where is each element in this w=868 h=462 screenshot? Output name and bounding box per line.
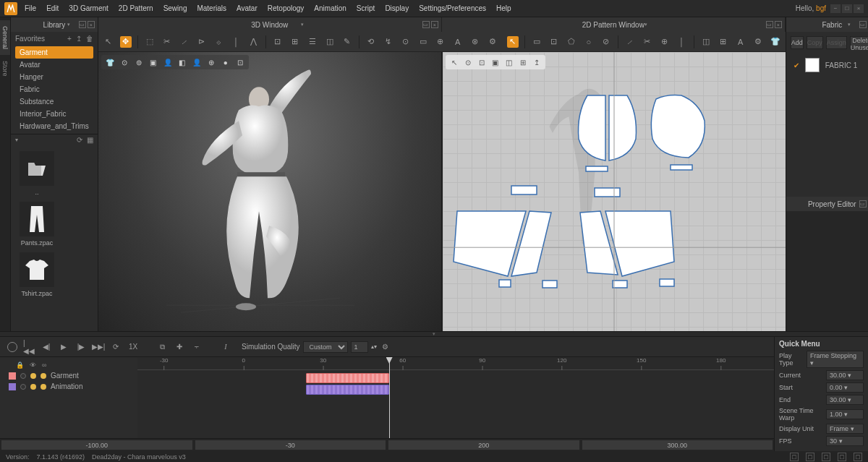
tool3d-15[interactable]: ↯: [383, 36, 394, 48]
go-start-button[interactable]: |◀◀: [23, 341, 35, 353]
view3d-icon-0[interactable]: 👕: [105, 57, 115, 67]
menu-3d-garment[interactable]: 3D Garment: [69, 4, 108, 12]
tool2d-1[interactable]: ▭: [531, 36, 542, 48]
tool2d-10[interactable]: ◫: [700, 36, 712, 48]
view3d-icon-9[interactable]: ⊡: [235, 57, 245, 67]
asset-pants-zpac[interactable]: Pants.zpac: [17, 202, 57, 247]
link-icon[interactable]: ∞: [42, 362, 46, 369]
tool3d-19[interactable]: A: [452, 36, 464, 48]
fav-item-fabric[interactable]: Fabric: [15, 83, 93, 95]
fav-item-garment[interactable]: Garment: [15, 46, 93, 59]
tool2d-6[interactable]: ⟋: [624, 36, 636, 48]
frame-num-field[interactable]: -30: [195, 440, 386, 450]
view3d-icon-8[interactable]: ●: [221, 57, 231, 67]
frame-num-field[interactable]: 300.00: [582, 440, 773, 450]
track-garment[interactable]: Garment: [6, 370, 132, 381]
go-end-button[interactable]: ▶▶|: [93, 341, 104, 353]
tool2d-5[interactable]: ⊘: [600, 36, 612, 48]
menu-script[interactable]: Script: [357, 4, 375, 12]
refresh-icon[interactable]: ⟳: [77, 136, 82, 144]
tool3d-9[interactable]: ⊡: [272, 36, 284, 48]
visibility-icon[interactable]: 👁: [30, 362, 36, 369]
vtab-store[interactable]: Store: [0, 55, 10, 82]
tool2d-14[interactable]: 👕: [770, 36, 781, 48]
maximize-button[interactable]: □: [842, 4, 852, 13]
tool3d-14[interactable]: ⟲: [365, 36, 377, 48]
property-editor-tab[interactable]: Property Editor▾▭×: [786, 197, 868, 211]
fav-item-substance[interactable]: Substance: [15, 95, 93, 108]
garment-clip[interactable]: [306, 373, 388, 383]
delete-fav-icon[interactable]: 🗑: [86, 35, 93, 43]
fav-item-avatar[interactable]: Avatar: [15, 59, 93, 71]
tool3d-0[interactable]: ↖: [103, 36, 114, 48]
tool3d-2[interactable]: ⬚: [144, 36, 156, 48]
add-fav-icon[interactable]: +: [67, 35, 72, 43]
close-panel-icon[interactable]: ×: [88, 21, 95, 28]
library-tab[interactable]: Library▾ ▭×: [11, 17, 98, 32]
fav-item-interior_fabric[interactable]: Interior_Fabric: [15, 108, 93, 120]
menu-avatar[interactable]: Avatar: [237, 4, 258, 12]
view3d-icon-5[interactable]: ◧: [177, 57, 187, 67]
tool3d-5[interactable]: ⊳: [196, 36, 208, 48]
vtab-general[interactable]: General: [0, 20, 10, 55]
3d-window-tab[interactable]: 3D Window▾▭×: [98, 17, 442, 32]
tool2d-3[interactable]: ⬠: [566, 36, 577, 48]
tool3d-7[interactable]: │: [231, 36, 242, 48]
tool3d-20[interactable]: ⊗: [469, 36, 481, 48]
sim-num-input[interactable]: [351, 341, 368, 353]
tool3d-10[interactable]: ⊞: [289, 36, 301, 48]
fabric-add-button[interactable]: Add: [791, 36, 804, 49]
2d-window-tab[interactable]: 2D Pattern Window▾▭×: [442, 17, 786, 32]
status-icon-5[interactable]: □: [854, 453, 862, 461]
undock-2d-icon[interactable]: ▭: [766, 21, 773, 28]
tool3d-4[interactable]: ⟋: [179, 36, 190, 48]
menu-animation[interactable]: Animation: [314, 4, 346, 12]
status-icon-3[interactable]: □: [822, 453, 830, 461]
menu-file[interactable]: File: [25, 4, 36, 12]
lock-icon[interactable]: 🔒: [16, 362, 24, 369]
tool3d-21[interactable]: ⚙: [487, 36, 498, 48]
view3d-icon-3[interactable]: ▣: [148, 57, 158, 67]
tool2d-11[interactable]: ⊞: [718, 36, 729, 48]
frame-num-field[interactable]: 200: [388, 440, 579, 450]
view3d-icon-2[interactable]: ⊚: [134, 57, 144, 67]
upload-icon[interactable]: ↥: [76, 35, 82, 43]
tool2d-4[interactable]: ○: [583, 36, 595, 48]
tool2d-13[interactable]: ⚙: [752, 36, 764, 48]
fav-item-hardware_and_trims[interactable]: Hardware_and_Trims: [15, 120, 93, 132]
timeline[interactable]: -300306090120150180: [137, 357, 774, 438]
tool2d-9[interactable]: │: [676, 36, 688, 48]
view3d-icon-6[interactable]: 👤: [192, 57, 202, 67]
tool3d-18[interactable]: ⊕: [435, 36, 446, 48]
tool2d-2[interactable]: ⊡: [548, 36, 560, 48]
asset-tshirt-zpac[interactable]: Tshirt.zpac: [17, 252, 57, 297]
menu-sewing[interactable]: Sewing: [163, 4, 187, 12]
undock-3d-icon[interactable]: ▭: [422, 21, 430, 28]
status-icon-4[interactable]: □: [838, 453, 846, 461]
fabric-item[interactable]: ✔FABRIC 1: [786, 54, 868, 77]
tool3d-6[interactable]: ⟐: [213, 36, 225, 48]
plus-icon[interactable]: ✚: [174, 341, 185, 353]
minimize-button[interactable]: −: [830, 4, 841, 13]
animation-clip[interactable]: [306, 385, 388, 395]
menu-materials[interactable]: Materials: [197, 4, 226, 12]
2d-viewport[interactable]: ↖⊙⊡▣◫⊞↥: [443, 52, 786, 331]
fav-item-hanger[interactable]: Hanger: [15, 71, 93, 83]
tool3d-3[interactable]: ✂: [161, 36, 173, 48]
tool3d-13[interactable]: ✎: [341, 36, 353, 48]
split-icon[interactable]: ⫟: [191, 341, 203, 353]
tool2d-7[interactable]: ✂: [642, 36, 653, 48]
view3d-icon-7[interactable]: ⊕: [206, 57, 216, 67]
view3d-icon-4[interactable]: 👤: [163, 57, 173, 67]
loop-button[interactable]: ⟳: [110, 341, 122, 353]
fabric-assign-button[interactable]: Assign: [826, 36, 847, 49]
asset--[interactable]: ..: [17, 151, 57, 196]
close-2d-icon[interactable]: ×: [775, 21, 782, 28]
tool2d-8[interactable]: ⊕: [659, 36, 671, 48]
app-logo[interactable]: [4, 2, 17, 15]
fabric-delete-unused-button[interactable]: Delete Unused: [850, 36, 868, 49]
menu-2d-pattern[interactable]: 2D Pattern: [119, 4, 153, 12]
tool3d-1[interactable]: ✥: [120, 36, 132, 48]
next-frame-button[interactable]: |▶: [75, 341, 87, 353]
menu-edit[interactable]: Edit: [46, 4, 59, 12]
